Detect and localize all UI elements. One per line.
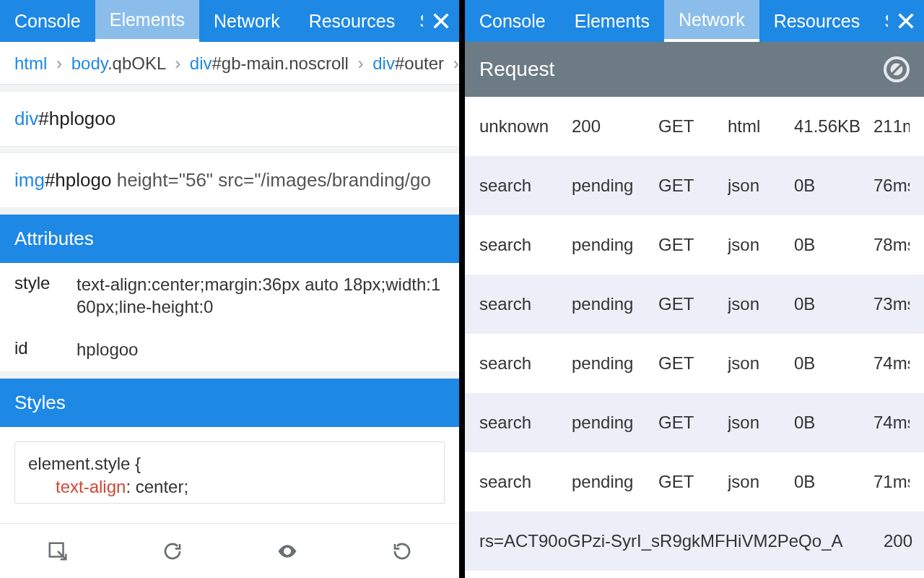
network-row[interactable]: search pending GET json 0B 78ms	[465, 215, 924, 275]
net-name: search	[479, 294, 572, 314]
attribute-value: text-align:center;margin:36px auto 18px;…	[77, 273, 445, 318]
network-header: Request	[465, 42, 924, 97]
dom-element-row[interactable]: img#hplogo height="56" src="/images/bran…	[0, 153, 459, 207]
breadcrumb[interactable]: html › body.qbOKL › div#gb-main.noscroll…	[0, 42, 459, 85]
net-time: 74ms	[873, 413, 910, 433]
bottom-toolbar	[0, 523, 459, 578]
network-row[interactable]: search pending GET json 0B 71ms	[465, 452, 924, 512]
net-name: search	[479, 176, 572, 196]
network-row[interactable]: unknown 200 GET html 41.56KB 211m	[465, 97, 924, 156]
network-row[interactable]: rs=ACT90oGPzi-SyrI_sR9gkMFHiVM2PeQo_A 20…	[465, 512, 924, 571]
net-size: 41.56KB	[794, 116, 873, 137]
breadcrumb-item[interactable]: div	[372, 53, 395, 73]
net-status: pending	[572, 294, 658, 314]
reload-icon[interactable]	[344, 524, 459, 578]
net-name: search	[479, 353, 572, 374]
net-method: GET	[658, 294, 728, 314]
dom-element-row[interactable]: div#hplogoo	[0, 92, 459, 146]
svg-point-3	[889, 62, 904, 77]
tab-elements[interactable]: Elements	[95, 0, 199, 42]
network-header-title: Request	[479, 58, 554, 81]
breadcrumb-item[interactable]: body	[71, 53, 108, 73]
tab-resources[interactable]: Resources	[759, 0, 875, 42]
breadcrumb-item[interactable]: html	[14, 53, 47, 73]
net-time: 211m	[873, 116, 910, 137]
net-name: search	[479, 413, 572, 433]
styles-section-header: Styles	[0, 379, 459, 427]
net-type: json	[728, 472, 794, 492]
net-status: 200	[572, 116, 658, 137]
net-size: 0B	[794, 294, 873, 314]
divider	[0, 207, 459, 215]
tab-more[interactable]: S	[409, 0, 423, 42]
attributes-section-header: Attributes	[0, 215, 459, 263]
net-method: GET	[658, 176, 728, 196]
tab-network[interactable]: Network	[199, 0, 295, 42]
net-method: GET	[658, 413, 728, 433]
tab-elements[interactable]: Elements	[560, 0, 664, 42]
net-method: GET	[658, 353, 728, 374]
attribute-row[interactable]: style text-align:center;margin:36px auto…	[0, 263, 459, 328]
network-row[interactable]: search pending GET json 0B 74ms	[465, 393, 924, 452]
net-type: json	[728, 294, 794, 314]
net-size: 0B	[794, 413, 873, 433]
net-name: search	[479, 472, 572, 492]
refresh-icon[interactable]	[115, 524, 230, 578]
breadcrumb-item[interactable]: div	[190, 53, 212, 73]
net-method: GET	[658, 235, 728, 255]
net-time: 71ms	[873, 472, 910, 492]
net-type: json	[728, 353, 794, 374]
tab-console[interactable]: Console	[465, 0, 560, 42]
divider	[0, 85, 459, 92]
net-size: 0B	[794, 472, 873, 492]
divider	[0, 371, 459, 379]
net-method: GET	[658, 472, 728, 492]
devtools-tabbar-left: Console Elements Network Resources S	[0, 0, 459, 42]
tab-resources[interactable]: Resources	[295, 0, 410, 42]
close-icon[interactable]	[423, 0, 459, 42]
network-row[interactable]: search pending GET json 0B 74ms	[465, 334, 924, 393]
devtools-tabbar-right: Console Elements Network Resources S	[465, 0, 924, 42]
css-value[interactable]: center;	[136, 477, 188, 496]
styles-block: element.style { text-align: center; marg…	[0, 427, 459, 518]
net-status: pending	[572, 353, 658, 374]
tab-more[interactable]: S	[874, 0, 888, 42]
net-name: unknown	[479, 116, 572, 137]
network-row[interactable]: search pending GET json 0B 76ms	[465, 156, 924, 215]
net-type: json	[728, 235, 794, 255]
tab-console[interactable]: Console	[0, 0, 95, 42]
net-time: 74ms	[873, 353, 910, 374]
css-value[interactable]: 36px;	[148, 500, 191, 503]
style-rule[interactable]: element.style { text-align: center; marg…	[14, 441, 445, 504]
net-size: 0B	[794, 353, 873, 374]
net-time: 78ms	[873, 235, 910, 255]
net-type: json	[728, 176, 794, 196]
attribute-row[interactable]: id hplogoo	[0, 328, 459, 371]
net-method: GET	[658, 116, 728, 137]
attribute-key: id	[14, 338, 77, 361]
css-property[interactable]: margin-top	[56, 500, 139, 503]
svg-point-1	[285, 549, 289, 553]
network-row[interactable]: search pending GET json 0B 73ms	[465, 275, 924, 334]
network-pane: Console Elements Network Resources S Req…	[462, 0, 924, 578]
net-time: 73ms	[873, 294, 910, 314]
attribute-key: style	[14, 273, 77, 318]
css-property[interactable]: text-align	[56, 477, 126, 496]
tab-network[interactable]: Network	[664, 0, 759, 42]
net-type: json	[728, 413, 794, 433]
eye-icon[interactable]	[230, 524, 344, 578]
elements-pane: Console Elements Network Resources S htm…	[0, 0, 462, 578]
attribute-value: hplogoo	[77, 338, 445, 361]
close-icon[interactable]	[888, 0, 924, 42]
net-type: html	[728, 116, 794, 137]
net-name: rs=ACT90oGPzi-SyrI_sR9gkMFHiVM2PeQo_A	[479, 531, 855, 551]
svg-point-2	[886, 59, 907, 79]
net-status: 200	[855, 531, 912, 551]
inspect-icon[interactable]	[0, 524, 115, 578]
style-selector: element.style {	[28, 452, 431, 475]
net-status: pending	[572, 176, 658, 196]
stop-icon[interactable]	[884, 56, 910, 82]
net-status: pending	[572, 413, 658, 433]
divider	[0, 146, 459, 153]
net-time: 76ms	[873, 176, 910, 196]
